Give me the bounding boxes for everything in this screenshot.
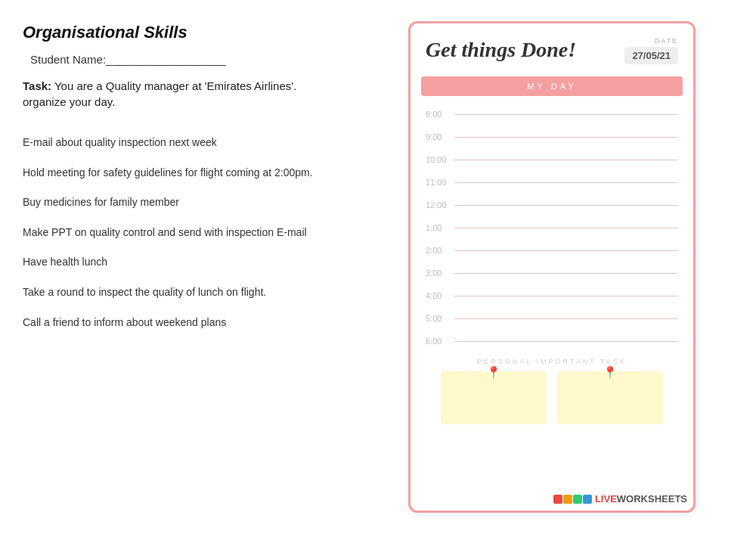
left-panel: Organisational Skills Student Name:_____…	[0, 0, 355, 534]
time-line	[454, 273, 678, 274]
sticky-note-1: 📍	[441, 371, 547, 424]
time-slot: 9:00	[426, 126, 678, 147]
list-item: Make PPT on quality control and send wit…	[23, 225, 333, 242]
time-label: 2:00	[426, 246, 454, 255]
time-line	[454, 137, 678, 138]
lw-logo-blue	[583, 495, 592, 504]
time-line	[454, 182, 678, 183]
date-value: 27/05/21	[624, 47, 678, 64]
lw-logo-yellow	[563, 495, 572, 504]
time-label: 4:00	[426, 291, 454, 300]
time-label: 1:00	[426, 223, 454, 232]
task-text: You are a Quality manager at 'Emirates A…	[23, 79, 296, 108]
lw-logo-red	[553, 495, 562, 504]
sticky-note-2: 📍	[557, 371, 663, 424]
time-label: 8:00	[426, 110, 454, 119]
task-description: Task: You are a Quality manager at 'Emir…	[23, 78, 333, 110]
time-line	[454, 228, 678, 228]
time-line	[454, 205, 678, 206]
time-slot: 11:00	[426, 172, 678, 193]
time-label: 5:00	[426, 314, 454, 323]
list-item: Have health lunch	[23, 255, 333, 272]
time-line	[454, 318, 678, 319]
personal-label: PERSONAL IMPORTANT TASK	[421, 358, 683, 365]
time-label: 10:00	[426, 155, 454, 164]
time-line	[454, 296, 678, 296]
time-line	[454, 160, 678, 160]
schedule-section: 8:009:0010:0011:0012:001:002:003:004:005…	[411, 99, 693, 352]
pin-icon-1: 📍	[486, 365, 501, 380]
personal-important-section: PERSONAL IMPORTANT TASK 📍 📍	[421, 358, 683, 424]
list-item: Take a round to inspect the quality of l…	[23, 285, 333, 302]
time-line	[454, 250, 678, 251]
date-label: DATE	[655, 37, 678, 45]
planner-card: Get things Done! DATE 27/05/21 MY DAY 8:…	[408, 21, 696, 513]
date-block: DATE 27/05/21	[624, 37, 678, 64]
time-label: 12:00	[426, 200, 454, 210]
time-slot: 1:00	[426, 217, 678, 238]
lw-logo	[553, 495, 592, 504]
planner-title: Get things Done!	[426, 37, 576, 63]
liveworksheets-footer: LIVEWORKSHEETS	[553, 493, 687, 505]
lw-brand-text: LIVEWORKSHEETS	[595, 493, 687, 505]
time-slot: 6:00	[426, 331, 678, 352]
time-slot: 2:00	[426, 240, 678, 261]
planner-header: Get things Done! DATE 27/05/21	[411, 23, 693, 72]
pin-icon-2: 📍	[603, 365, 618, 380]
list-item: E-mail about quality inspection next wee…	[23, 135, 333, 152]
list-item: Hold meeting for safety guidelines for f…	[23, 166, 333, 182]
time-label: 9:00	[426, 132, 454, 141]
time-label: 6:00	[426, 337, 454, 346]
time-slot: 4:00	[426, 285, 678, 306]
sticky-notes-row: 📍 📍	[421, 371, 683, 424]
tasks-list: E-mail about quality inspection next wee…	[23, 135, 333, 331]
time-slot: 3:00	[426, 262, 678, 284]
time-line	[454, 114, 678, 115]
my-day-header: MY DAY	[421, 76, 683, 96]
right-panel: Get things Done! DATE 27/05/21 MY DAY 8:…	[355, 0, 756, 534]
task-label: Task:	[23, 79, 51, 92]
list-item: Call a friend to inform about weekend pl…	[23, 315, 333, 332]
time-slot: 10:00	[426, 149, 678, 170]
time-line	[454, 341, 678, 342]
time-slot: 8:00	[426, 104, 678, 125]
time-label: 3:00	[426, 269, 454, 278]
time-slot: 12:00	[426, 194, 678, 216]
lw-brand-live: LIVE	[595, 493, 617, 505]
student-name-row: Student Name:___________________	[30, 53, 333, 66]
list-item: Buy medicines for family member	[23, 195, 333, 212]
lw-logo-green	[573, 495, 582, 504]
time-label: 11:00	[426, 178, 454, 187]
time-slot: 5:00	[426, 308, 678, 329]
page-title: Organisational Skills	[23, 23, 333, 42]
